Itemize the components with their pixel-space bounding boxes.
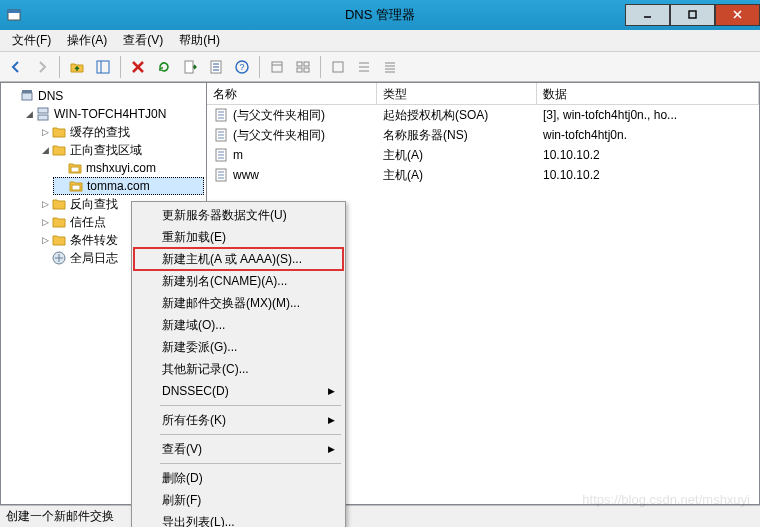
close-button[interactable] (715, 4, 760, 26)
svg-rect-21 (297, 68, 302, 72)
svg-rect-6 (97, 61, 109, 73)
cell-name: m (207, 146, 377, 164)
column-header-type[interactable]: 类型 (377, 83, 537, 104)
folder-icon (51, 196, 67, 212)
tree-server[interactable]: ◢ WIN-TOFCH4HTJ0N (21, 105, 204, 123)
window-title: DNS 管理器 (345, 6, 415, 24)
up-button[interactable] (65, 55, 89, 79)
delete-button[interactable] (126, 55, 150, 79)
submenu-arrow-icon: ▶ (328, 386, 335, 396)
list-header: 名称 类型 数据 (207, 83, 759, 105)
server-icon (35, 106, 51, 122)
list-large-button[interactable] (326, 55, 350, 79)
tree-node-label: 条件转发 (70, 232, 118, 249)
ctx-new-domain[interactable]: 新建域(O)... (134, 314, 343, 336)
ctx-item-label: 所有任务(K) (162, 412, 226, 429)
column-header-data[interactable]: 数据 (537, 83, 759, 104)
menu-help[interactable]: 帮助(H) (171, 30, 228, 51)
menu-view[interactable]: 查看(V) (115, 30, 171, 51)
menu-action[interactable]: 操作(A) (59, 30, 115, 51)
twisty-icon[interactable]: ▷ (39, 199, 51, 209)
ctx-view[interactable]: 查看(V)▶ (134, 438, 343, 460)
cell-name: (与父文件夹相同) (207, 106, 377, 125)
twisty-icon[interactable]: ▷ (39, 235, 51, 245)
ctx-all-tasks[interactable]: 所有任务(K)▶ (134, 409, 343, 431)
ctx-update[interactable]: 更新服务器数据文件(U) (134, 204, 343, 226)
svg-rect-23 (333, 62, 343, 72)
ctx-other-records[interactable]: 其他新记录(C)... (134, 358, 343, 380)
svg-rect-10 (185, 61, 193, 73)
svg-rect-1 (8, 10, 20, 13)
log-icon (51, 250, 67, 266)
zone-icon (67, 160, 83, 176)
title-bar: DNS 管理器 (0, 0, 760, 30)
cell-name: (与父文件夹相同) (207, 126, 377, 145)
twisty-icon[interactable]: ▷ (39, 217, 51, 227)
list-detail-button[interactable] (378, 55, 402, 79)
maximize-button[interactable] (670, 4, 715, 26)
twisty-icon[interactable]: ◢ (39, 145, 51, 155)
ctx-new-cname[interactable]: 新建别名(CNAME)(A)... (134, 270, 343, 292)
list-row[interactable]: m主机(A)10.10.10.2 (207, 145, 759, 165)
ctx-item-label: 查看(V) (162, 441, 202, 458)
ctx-new-mx[interactable]: 新建邮件交换器(MX)(M)... (134, 292, 343, 314)
tree-node-label: 反向查找 (70, 196, 118, 213)
tree-zone-mshxuyi[interactable]: ▷mshxuyi.com (53, 159, 204, 177)
toolbar-separator (320, 56, 321, 78)
twisty-icon[interactable]: ▷ (39, 127, 51, 137)
tree-root[interactable]: ▸ DNS (5, 87, 204, 105)
list-row[interactable]: (与父文件夹相同)起始授权机构(SOA)[3], win-tofch4htj0n… (207, 105, 759, 125)
cell-data: win-tofch4htj0n. (537, 127, 759, 143)
back-button[interactable] (4, 55, 28, 79)
cell-data: 10.10.10.2 (537, 147, 759, 163)
cell-name: www (207, 166, 377, 184)
menu-bar: 文件(F) 操作(A) 查看(V) 帮助(H) (0, 30, 760, 52)
show-hide-tree-button[interactable] (91, 55, 115, 79)
toolbar: ? (0, 52, 760, 82)
list-row[interactable]: (与父文件夹相同)名称服务器(NS)win-tofch4htj0n. (207, 125, 759, 145)
svg-rect-35 (71, 167, 79, 172)
cell-data: [3], win-tofch4htj0n., ho... (537, 107, 759, 123)
svg-rect-33 (38, 108, 48, 113)
ctx-delete[interactable]: 删除(D) (134, 467, 343, 489)
ctx-new-host[interactable]: 新建主机(A 或 AAAA)(S)... (134, 248, 343, 270)
context-menu: 更新服务器数据文件(U) 重新加载(E) 新建主机(A 或 AAAA)(S)..… (131, 201, 346, 527)
view-button[interactable] (291, 55, 315, 79)
ctx-export[interactable]: 导出列表(L)... (134, 511, 343, 527)
folder-icon (51, 232, 67, 248)
folder-icon (51, 124, 67, 140)
tree-server-label: WIN-TOFCH4HTJ0N (54, 107, 166, 121)
properties-button[interactable] (204, 55, 228, 79)
forward-button[interactable] (30, 55, 54, 79)
status-bar: 创建一个新邮件交换 (0, 505, 760, 527)
svg-rect-20 (304, 62, 309, 66)
minimize-button[interactable] (625, 4, 670, 26)
tree-node-label: 缓存的查找 (70, 124, 130, 141)
list-row[interactable]: www主机(A)10.10.10.2 (207, 165, 759, 185)
cell-type: 起始授权机构(SOA) (377, 106, 537, 125)
column-header-name[interactable]: 名称 (207, 83, 377, 104)
refresh-button[interactable] (152, 55, 176, 79)
tree-node-forward[interactable]: ◢正向查找区域 (37, 141, 204, 159)
menu-file[interactable]: 文件(F) (4, 30, 59, 51)
context-menu-separator (160, 463, 341, 464)
main-area: ▸ DNS ◢ WIN-TOFCH4HTJ0N ▷缓存的查找 (0, 82, 760, 505)
filter-button[interactable] (265, 55, 289, 79)
svg-rect-3 (689, 11, 696, 18)
twisty-icon[interactable]: ◢ (23, 109, 35, 119)
export-button[interactable] (178, 55, 202, 79)
svg-rect-17 (272, 62, 282, 72)
list-small-button[interactable] (352, 55, 376, 79)
tree-node-label: 全局日志 (70, 250, 118, 267)
ctx-dnssec[interactable]: DNSSEC(D)▶ (134, 380, 343, 402)
tree-zone-tomma[interactable]: ▷tomma.com (53, 177, 204, 195)
svg-rect-34 (38, 115, 48, 120)
svg-rect-32 (22, 90, 32, 93)
ctx-reload[interactable]: 重新加载(E) (134, 226, 343, 248)
tree-node-cache[interactable]: ▷缓存的查找 (37, 123, 204, 141)
ctx-new-delegation[interactable]: 新建委派(G)... (134, 336, 343, 358)
help-button[interactable]: ? (230, 55, 254, 79)
context-menu-separator (160, 405, 341, 406)
ctx-refresh[interactable]: 刷新(F) (134, 489, 343, 511)
cell-type: 主机(A) (377, 146, 537, 165)
